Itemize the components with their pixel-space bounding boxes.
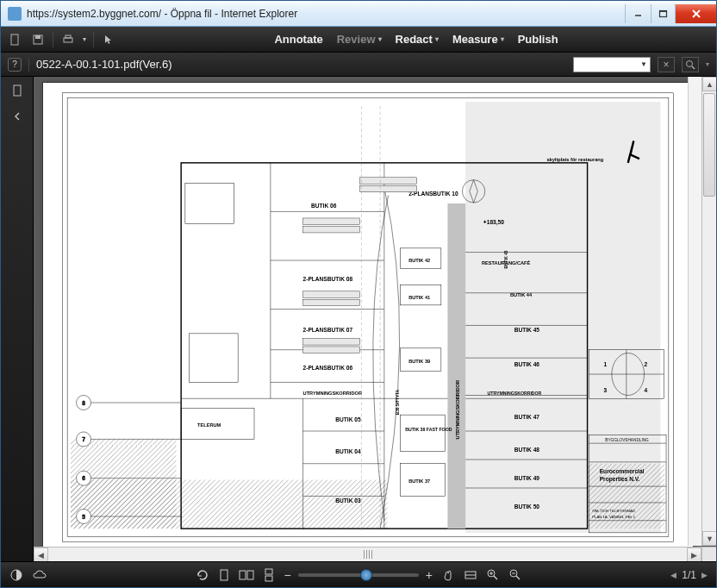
menu-annotate[interactable]: Annotate <box>269 31 327 47</box>
save-icon[interactable] <box>30 32 46 47</box>
svg-text:6: 6 <box>82 476 85 482</box>
svg-text:BUTIK 49: BUTIK 49 <box>514 475 540 481</box>
svg-text:B38 SITTYTA: B38 SITTYTA <box>396 389 400 415</box>
cloud-icon[interactable] <box>32 569 47 581</box>
two-page-icon[interactable] <box>239 568 254 582</box>
menu-measure[interactable]: Measure▾ <box>447 31 509 47</box>
fit-width-icon[interactable] <box>464 568 477 582</box>
svg-text:BUTIK 44: BUTIK 44 <box>510 292 533 297</box>
svg-text:BUTIK 06: BUTIK 06 <box>311 203 337 209</box>
svg-rect-114 <box>303 339 360 346</box>
svg-text:2-PLANSBUTIK 07: 2-PLANSBUTIK 07 <box>303 327 353 333</box>
svg-text:UTRYMNINGSKORRIDOR: UTRYMNINGSKORRIDOR <box>455 380 460 439</box>
svg-rect-12 <box>14 85 21 96</box>
svg-text:BUTIK 48: BUTIK 48 <box>514 447 540 453</box>
svg-rect-110 <box>303 218 360 225</box>
svg-text:2-PLANSBUTIK 06: 2-PLANSBUTIK 06 <box>303 365 353 371</box>
page-number-label: 1/1 <box>682 569 696 581</box>
svg-text:BUTIK 46: BUTIK 46 <box>514 361 540 367</box>
ruler-vertical <box>688 77 701 546</box>
single-page-icon[interactable] <box>218 568 230 582</box>
svg-text:UTRYMNINGSKORRIDOR: UTRYMNINGSKORRIDOR <box>303 391 362 397</box>
next-page-icon[interactable]: ▶ <box>701 571 708 579</box>
svg-text:5: 5 <box>82 514 85 520</box>
svg-text:+183,50: +183,50 <box>483 219 504 226</box>
horizontal-scrollbar[interactable]: ◀ ▶ <box>34 547 701 561</box>
vertical-scrollbar[interactable]: ▲ ▼ <box>701 77 716 546</box>
svg-line-11 <box>692 66 695 69</box>
layer-dropdown[interactable]: ▼ <box>573 57 651 72</box>
minimize-button[interactable] <box>625 4 651 23</box>
svg-text:UTRYMNINGSKORRIDOR: UTRYMNINGSKORRIDOR <box>488 391 542 397</box>
zoom-out-icon[interactable] <box>508 568 522 582</box>
maximize-button[interactable] <box>651 4 675 23</box>
svg-rect-117 <box>360 185 417 192</box>
zoom-in-icon[interactable] <box>486 568 500 582</box>
panel-collapse-icon[interactable] <box>9 108 26 125</box>
svg-text:TELERUM: TELERUM <box>197 422 221 428</box>
svg-rect-121 <box>221 570 228 580</box>
svg-text:4: 4 <box>645 387 648 393</box>
panel-doc-icon[interactable] <box>9 82 26 99</box>
menu-redact[interactable]: Redact▾ <box>390 31 444 47</box>
svg-text:7: 7 <box>82 436 85 442</box>
search-button[interactable] <box>682 57 699 72</box>
svg-rect-112 <box>303 291 360 298</box>
svg-text:BUTIK 43: BUTIK 43 <box>504 250 508 268</box>
close-button[interactable] <box>675 4 716 23</box>
zoom-thumb[interactable] <box>360 569 372 581</box>
svg-rect-111 <box>303 226 360 233</box>
menu-review[interactable]: Review▾ <box>332 31 387 47</box>
vscroll-thumb[interactable] <box>703 93 715 197</box>
svg-text:8: 8 <box>82 400 85 406</box>
filename-label: 0522-A-00.1-101.pdf(Ver.6) <box>36 58 566 71</box>
svg-text:skyltplats för
restaurang: skyltplats för restaurang <box>546 157 603 162</box>
svg-line-129 <box>494 576 497 579</box>
continuous-icon[interactable] <box>263 568 275 582</box>
contrast-icon[interactable] <box>9 568 23 582</box>
svg-rect-113 <box>303 299 360 306</box>
svg-text:BUTIK 38
FAST FOOD: BUTIK 38 FAST FOOD <box>405 427 452 432</box>
pdf-page: 8 7 6 5 <box>42 82 694 553</box>
svg-text:BUTIK 04: BUTIK 04 <box>335 448 361 454</box>
svg-text:2: 2 <box>645 361 648 367</box>
svg-rect-5 <box>11 34 18 45</box>
pointer-icon[interactable] <box>101 32 116 47</box>
svg-text:1: 1 <box>603 361 607 367</box>
svg-text:BUTIK 03: BUTIK 03 <box>335 497 361 504</box>
new-doc-icon[interactable] <box>8 32 23 47</box>
scroll-up-arrow[interactable]: ▲ <box>702 77 716 91</box>
zoom-slider[interactable]: − + <box>284 568 432 582</box>
file-bar: ? 0522-A-00.1-101.pdf(Ver.6) ▼ × ▾ <box>1 53 716 77</box>
svg-text:BUTIK 47: BUTIK 47 <box>514 414 540 420</box>
svg-rect-9 <box>65 35 71 38</box>
help-icon[interactable]: ? <box>8 58 22 72</box>
svg-rect-17 <box>71 480 388 529</box>
svg-text:2-PLANSBUTIK 08: 2-PLANSBUTIK 08 <box>303 276 353 282</box>
close-tab-button[interactable]: × <box>658 57 675 72</box>
svg-rect-8 <box>64 38 72 42</box>
prev-page-icon[interactable]: ◀ <box>670 571 676 579</box>
scroll-down-arrow[interactable]: ▼ <box>702 531 716 546</box>
menu-publish[interactable]: Publish <box>513 31 564 47</box>
svg-text:BYGGLOVSHANDLING: BYGGLOVSHANDLING <box>605 438 649 442</box>
rotate-icon[interactable] <box>196 568 209 582</box>
svg-text:BUTIK 39: BUTIK 39 <box>408 359 430 364</box>
floorplan-svg: 8 7 6 5 <box>50 90 686 545</box>
svg-text:PLAN 1A, VÅNING, DEL 1: PLAN 1A, VÅNING, DEL 1 <box>592 515 636 519</box>
scroll-left-arrow[interactable]: ◀ <box>34 547 48 561</box>
svg-text:BUTIK 05: BUTIK 05 <box>335 416 361 422</box>
svg-rect-67 <box>401 415 446 451</box>
print-icon[interactable] <box>60 32 76 47</box>
svg-text:BUTIK 50: BUTIK 50 <box>514 504 540 510</box>
svg-rect-116 <box>360 178 417 185</box>
main-toolbar: ▾ Annotate Review▾ Redact▾ Measure▾ Publ… <box>1 27 716 53</box>
svg-rect-122 <box>240 571 246 579</box>
svg-text:Properties N.V.: Properties N.V. <box>600 476 640 483</box>
svg-text:BUTIK 45: BUTIK 45 <box>514 327 540 333</box>
svg-text:BUTIK 42: BUTIK 42 <box>408 258 430 263</box>
scroll-right-arrow[interactable]: ▶ <box>687 547 701 561</box>
svg-rect-123 <box>247 571 253 579</box>
pan-icon[interactable] <box>441 568 455 582</box>
document-viewport[interactable]: 8 7 6 5 <box>34 77 716 561</box>
